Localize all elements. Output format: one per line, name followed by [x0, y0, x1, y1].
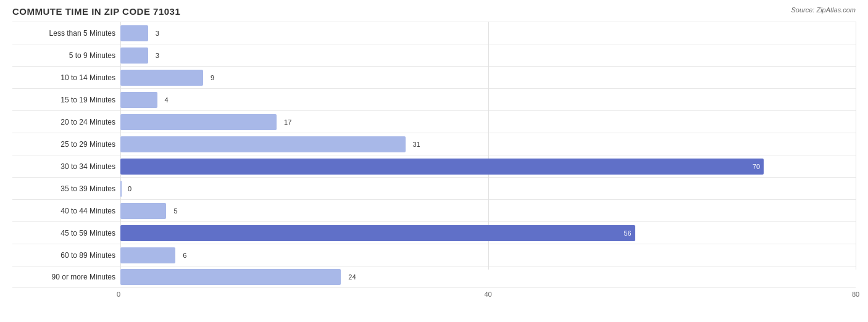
grid-line: [856, 22, 856, 270]
chart-container: COMMUTE TIME IN ZIP CODE 71031 Source: Z…: [0, 0, 868, 322]
bars-container: Less than 5 Minutes35 to 9 Minutes310 to…: [12, 22, 856, 288]
bar-label: 20 to 24 Minutes: [12, 118, 120, 126]
bar-fill: [120, 47, 148, 64]
bar-value: 31: [413, 141, 420, 148]
bar-fill: [120, 269, 341, 285]
bar-row: 20 to 24 Minutes17: [12, 110, 856, 133]
bar-value: 6: [183, 252, 186, 259]
bar-value: 3: [156, 52, 159, 59]
bar-row: 25 to 29 Minutes31: [12, 133, 856, 155]
bar-value: 0: [128, 185, 131, 192]
bar-track: 5: [120, 200, 856, 221]
bar-track: 17: [120, 111, 856, 133]
bar-label: 15 to 19 Minutes: [12, 96, 120, 104]
bar-value: 5: [173, 207, 177, 215]
x-axis-label: 40: [485, 291, 492, 298]
x-axis-label: 80: [852, 291, 859, 298]
bar-track: 9: [120, 67, 856, 88]
bar-label: 35 to 39 Minutes: [12, 184, 120, 193]
bar-track: 56: [120, 222, 856, 244]
bar-label: 10 to 14 Minutes: [12, 73, 120, 82]
bar-label: 5 to 9 Minutes: [12, 51, 120, 60]
bar-value: 3: [156, 30, 159, 37]
bar-row: 15 to 19 Minutes4: [12, 88, 856, 110]
x-axis-label: 0: [117, 291, 120, 298]
chart-area: Less than 5 Minutes35 to 9 Minutes310 to…: [12, 22, 856, 270]
bar-track: 4: [120, 89, 856, 110]
bar-fill: [120, 136, 406, 152]
bar-label: Less than 5 Minutes: [12, 29, 120, 38]
chart-header: COMMUTE TIME IN ZIP CODE 71031 Source: Z…: [12, 6, 856, 17]
bar-row: Less than 5 Minutes3: [12, 22, 856, 44]
bar-label: 90 or more Minutes: [12, 273, 120, 281]
bar-value: 24: [348, 273, 356, 281]
bar-row: 45 to 59 Minutes56: [12, 221, 856, 244]
bar-value: 9: [211, 74, 214, 81]
chart-source: Source: ZipAtlas.com: [791, 6, 856, 14]
bar-fill: [120, 247, 175, 263]
x-axis: 04080: [120, 291, 856, 303]
bar-track: 31: [120, 133, 856, 155]
bar-row: 35 to 39 Minutes0: [12, 177, 856, 199]
bar-row: 30 to 34 Minutes70: [12, 155, 856, 177]
chart-title: COMMUTE TIME IN ZIP CODE 71031: [12, 6, 180, 17]
bar-row: 5 to 9 Minutes3: [12, 44, 856, 66]
bar-label: 30 to 34 Minutes: [12, 162, 120, 171]
bar-value: 56: [624, 229, 631, 237]
bar-row: 10 to 14 Minutes9: [12, 66, 856, 88]
bar-label: 25 to 29 Minutes: [12, 140, 120, 149]
bar-label: 60 to 89 Minutes: [12, 251, 120, 260]
bar-track: 24: [120, 266, 856, 287]
bar-row: 90 or more Minutes24: [12, 266, 856, 288]
bar-fill: [120, 70, 203, 86]
bar-label: 45 to 59 Minutes: [12, 229, 120, 237]
bar-track: 6: [120, 244, 856, 266]
bar-fill: [120, 92, 157, 108]
bar-track: 70: [120, 155, 856, 177]
bar-fill: [120, 114, 277, 130]
bar-fill: [120, 181, 122, 197]
bar-fill: [120, 203, 166, 219]
bar-track: 0: [120, 178, 856, 199]
bar-value: 17: [284, 118, 291, 126]
bar-track: 3: [120, 44, 856, 66]
bar-fill: 70: [120, 159, 764, 175]
bar-value: 4: [165, 96, 169, 104]
bar-fill: [120, 25, 148, 41]
bar-row: 40 to 44 Minutes5: [12, 199, 856, 221]
bar-row: 60 to 89 Minutes6: [12, 244, 856, 266]
bar-label: 40 to 44 Minutes: [12, 207, 120, 215]
bar-value: 70: [753, 163, 760, 170]
bar-fill: 56: [120, 225, 635, 241]
bar-track: 3: [120, 22, 856, 44]
